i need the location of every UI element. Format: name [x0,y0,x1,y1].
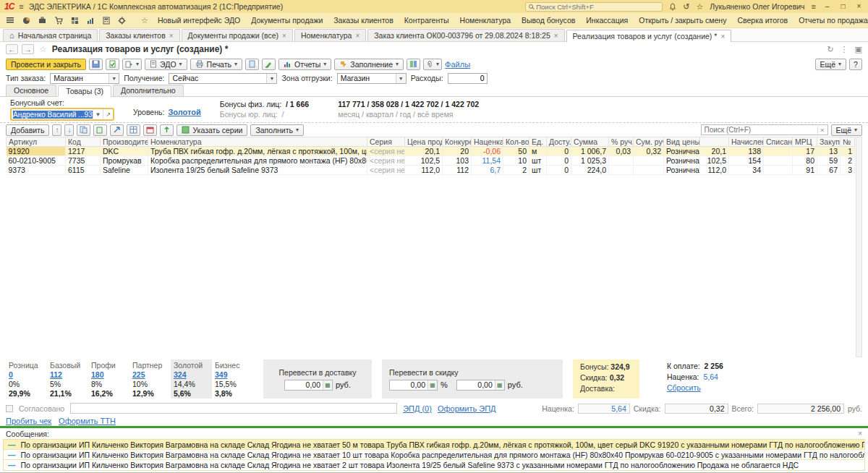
chevron-down-icon[interactable]: ▼ [109,74,119,83]
agree-checkbox[interactable] [6,405,13,412]
column-header[interactable]: Цена продажи [405,137,443,147]
print-check-link[interactable]: Пробить чек [6,417,51,425]
message-row[interactable]: —По организации ИП Кильченко Виктория Ва… [4,450,864,460]
column-header[interactable]: Закуп [817,137,841,147]
open-link-icon[interactable]: ↗ [103,109,113,119]
compare-icon-button[interactable] [407,59,420,70]
table-cell[interactable]: 60-0210-9005 [7,156,66,166]
table-cell[interactable]: 7735 [66,156,101,166]
table-cell[interactable] [609,156,634,166]
table-search-input[interactable] [702,126,817,134]
attachments-button[interactable]: ▾ [423,59,442,70]
calc-icon[interactable]: ▦ [495,380,504,390]
tab-close-icon[interactable]: × [720,33,725,41]
current-user[interactable]: Лукьяненко Олег Игоревич [710,2,804,11]
invoice-icon-button[interactable] [245,59,259,70]
favorites-star-icon[interactable]: ☆ [141,16,148,25]
table-cell[interactable]: 50 [503,147,529,156]
ttn-link[interactable]: Оформить ТТН [59,417,116,425]
messages-close-icon[interactable]: × [858,430,862,438]
comment-input[interactable] [70,403,397,414]
discount-amount-input[interactable]: 0,00▦ [456,380,505,391]
form-tab[interactable]: Товары (3) [58,85,111,97]
notifications-bell-icon[interactable] [669,3,676,11]
table-cell[interactable]: 1 006,7 [571,147,609,156]
table-cell[interactable]: 2 [503,166,529,175]
forward-button[interactable]: → [22,44,34,54]
column-header[interactable]: Конкуре.. [443,137,472,147]
delivery-amount-input[interactable]: 0,00▦ [284,380,333,391]
menu-item[interactable]: Контрагенты [404,16,449,25]
tab-item[interactable]: Заказы клиентов× [99,29,179,41]
copy-row-button[interactable] [77,124,90,136]
message-row[interactable]: —По организации ИП Кильченко Виктория Ва… [4,460,864,470]
table-cell[interactable]: 112 [443,166,472,175]
table-row[interactable]: 919201217DKCТруба ПВХ гибкая гофр. д.20м… [7,147,855,156]
tab-close-icon[interactable]: × [554,32,558,40]
price-level-bonus-link[interactable]: 349 [215,370,250,379]
tab-item[interactable]: ⌂Начальная страница [3,29,98,41]
cart-icon[interactable] [54,17,63,25]
column-header[interactable]: Сум. руч. [634,137,664,147]
table-cell[interactable]: 102,5 [700,156,729,166]
column-header[interactable]: Списано [764,137,793,147]
table-cell[interactable]: <серия не ... [367,147,405,156]
column-header[interactable]: Вид цены [664,137,700,147]
table-cell[interactable]: Розничная [664,156,700,166]
table-cell[interactable]: 17 [793,147,817,156]
column-header[interactable]: Наценка [472,137,503,147]
menu-item[interactable]: Номенклатура [460,16,511,25]
list-icon[interactable] [6,17,14,24]
table-cell[interactable]: 6,7 [472,166,503,175]
table-cell[interactable] [764,156,793,166]
table-cell[interactable]: 91920 [7,147,66,156]
table-cell[interactable]: 67 [817,166,841,175]
menu-item[interactable]: Документы продажи [251,16,323,25]
ship-zone-select[interactable]: Магазин▼ [337,73,407,84]
marker-icon-button[interactable] [262,59,276,70]
create-based-on-button[interactable]: ▾ [122,59,142,70]
paste-row-button[interactable] [93,124,107,136]
tab-close-icon[interactable]: × [282,32,286,40]
table-cell[interactable]: 3 [841,166,855,175]
column-header[interactable]: Кол-во [503,137,529,147]
close-button[interactable]: × [854,3,864,10]
order-type-select[interactable]: Магазин▼ [50,73,119,84]
table-cell[interactable]: Розничная [664,147,700,156]
table-cell[interactable]: 138 [729,147,764,156]
tab-item[interactable]: Заказ клиента ОК00-003796 от 29.08.2024 … [367,29,564,41]
price-level-bonus-link[interactable]: 225 [132,370,168,379]
markup-value[interactable]: 5,64 [703,372,718,381]
table-cell[interactable]: 59 [817,156,841,166]
tab-item[interactable]: Номенклатура× [294,29,366,41]
table-cell[interactable]: 6115 [66,166,101,175]
column-header[interactable] [700,137,729,147]
move-up-button[interactable]: ↑ [52,124,61,136]
table-cell[interactable]: 0,32 [634,147,664,156]
table-cell[interactable] [764,166,793,175]
menu-item[interactable]: Открыть / закрыть смену [639,16,726,25]
table-cell[interactable]: Розничная [664,166,700,175]
edo-button[interactable]: ЭДО▾ [145,59,187,70]
price-level-bonus-link[interactable]: 324 [174,370,209,379]
tab-active[interactable]: Реализация товаров и услуг (создание) *× [566,30,732,42]
table-cell[interactable]: 20 [443,147,472,156]
form-tab[interactable]: Дополнительно [113,85,184,96]
table-cell[interactable]: 154 [729,156,764,166]
chevron-down-icon[interactable]: ▼ [93,109,103,119]
table-cell[interactable]: 34 [729,166,764,175]
maximize-button[interactable]: □ [838,3,848,10]
share-icon-button[interactable] [110,124,124,136]
minimize-button[interactable]: – [822,3,832,10]
reset-link[interactable]: Сбросить [667,383,701,392]
table-search[interactable]: × [701,124,828,135]
table-cell[interactable]: 224,0 [571,166,609,175]
table-cell[interactable]: 20,1 [405,147,443,156]
settings-grid-button[interactable] [127,124,140,136]
move-down-button[interactable]: ↓ [64,124,74,136]
table-cell[interactable]: 102,5 [405,156,443,166]
table-cell[interactable]: DKC [101,147,148,156]
form-tab[interactable]: Основное [6,85,56,96]
table-cell[interactable]: шт [529,166,547,175]
chevron-down-icon[interactable]: ▼ [396,74,406,83]
